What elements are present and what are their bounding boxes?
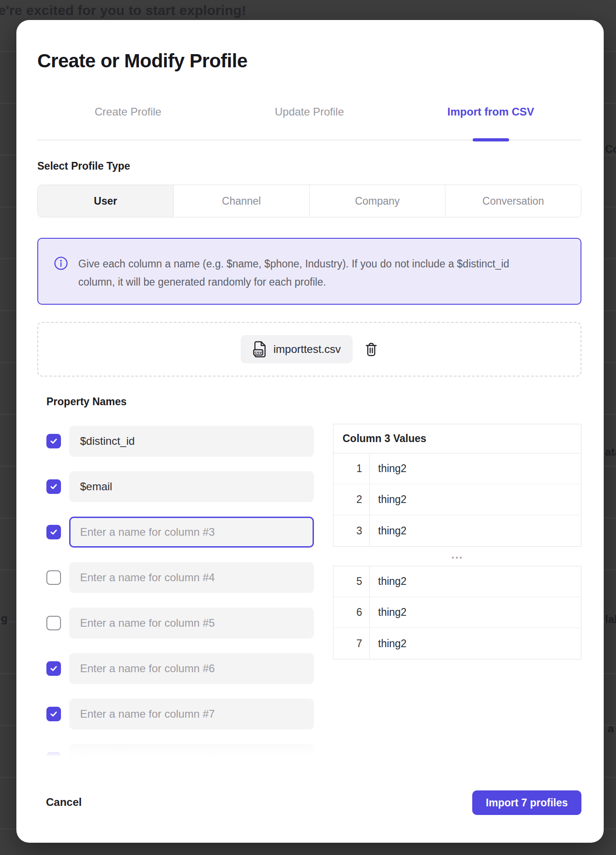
row-number: 3 — [333, 515, 370, 546]
profile-type-user[interactable]: User — [38, 185, 173, 217]
tab-import-from-csv[interactable]: Import from CSV — [400, 104, 581, 120]
row-number: 7 — [333, 628, 370, 659]
column-4-checkbox[interactable] — [46, 570, 61, 585]
column-5-checkbox[interactable] — [46, 616, 61, 630]
background-fragment: Col — [605, 143, 616, 156]
cancel-button[interactable]: Cancel — [46, 796, 82, 809]
column-6-name-input[interactable] — [69, 653, 314, 684]
column-8-checkbox[interactable] — [46, 752, 61, 761]
background-fragment: ata — [605, 446, 616, 458]
row-number: 2 — [333, 484, 370, 515]
column-1-name-input[interactable] — [69, 426, 314, 457]
row-number: 5 — [333, 566, 370, 597]
row-value: thing2 — [370, 628, 581, 659]
background-fragment: a — [608, 722, 614, 735]
remove-file-button[interactable] — [364, 342, 378, 357]
property-row — [46, 608, 314, 639]
csv-file-icon: csv — [252, 341, 267, 357]
property-row — [46, 517, 314, 548]
row-number: 6 — [333, 597, 370, 628]
column-3-name-input[interactable] — [69, 517, 314, 548]
property-row — [46, 426, 314, 457]
table-row: 3 thing2 — [333, 515, 581, 546]
table-row: 2 thing2 — [333, 484, 581, 515]
row-value: thing2 — [370, 597, 581, 628]
row-number: 1 — [333, 453, 370, 484]
background-fragment: lab — [605, 613, 616, 626]
table-row: 5 thing2 — [333, 566, 581, 597]
values-table-bottom: 5 thing2 6 thing2 7 thing2 — [333, 566, 581, 659]
table-row: 6 thing2 — [333, 597, 581, 628]
background-page-left-strip — [0, 0, 18, 855]
import-profiles-button[interactable]: Import 7 profiles — [472, 790, 581, 815]
background-fragment: g — [1, 612, 8, 625]
uploaded-file-chip: csv importtest.csv — [241, 335, 353, 363]
profile-type-segmented-control: User Channel Company Conversation — [37, 185, 581, 217]
profile-type-channel[interactable]: Channel — [173, 185, 309, 217]
svg-text:csv: csv — [255, 350, 263, 355]
rows-ellipsis: ... — [333, 550, 581, 563]
column-8-name-input[interactable] — [69, 744, 314, 761]
property-row — [46, 699, 314, 729]
info-banner: Give each column a name (e.g. $name, $ph… — [37, 238, 581, 305]
column-2-name-input[interactable] — [69, 471, 314, 502]
profile-type-conversation[interactable]: Conversation — [445, 185, 581, 217]
row-value: thing2 — [370, 484, 581, 515]
property-row — [46, 471, 314, 502]
property-names-label: Property Names — [46, 396, 126, 408]
profile-type-company[interactable]: Company — [309, 185, 445, 217]
dialog-title: Create or Modify Profile — [37, 50, 247, 72]
tab-update-profile[interactable]: Update Profile — [219, 104, 400, 120]
uploaded-file-name: importtest.csv — [273, 343, 341, 356]
dialog-tabs: Create Profile Update Profile Import fro… — [37, 104, 581, 120]
column-6-checkbox[interactable] — [46, 661, 61, 676]
values-table-top: Column 3 Values 1 thing2 2 thing2 3 thin… — [333, 424, 581, 547]
row-value: thing2 — [370, 515, 581, 546]
property-row — [46, 562, 314, 593]
column-7-name-input[interactable] — [69, 699, 314, 729]
column-3-checkbox[interactable] — [46, 525, 61, 539]
screen: e're excited for you to start exploring!… — [0, 0, 616, 855]
mapping-region: Property Names — [37, 392, 581, 761]
table-row: 1 thing2 — [333, 453, 581, 484]
background-banner-text: e're excited for you to start exploring! — [0, 3, 246, 18]
column-7-checkbox[interactable] — [46, 707, 61, 721]
tab-create-profile[interactable]: Create Profile — [37, 104, 219, 120]
active-tab-indicator — [473, 138, 509, 141]
row-value: thing2 — [370, 566, 581, 597]
column-2-checkbox[interactable] — [46, 479, 61, 494]
info-icon — [54, 256, 68, 271]
column-5-name-input[interactable] — [69, 608, 314, 639]
profile-type-label: Select Profile Type — [37, 160, 130, 172]
csv-dropzone[interactable]: csv importtest.csv — [37, 322, 581, 377]
property-row — [46, 653, 314, 684]
info-banner-text: Give each column a name (e.g. $name, $ph… — [78, 255, 538, 291]
column-values-preview: Column 3 Values 1 thing2 2 thing2 3 thin… — [333, 424, 581, 659]
values-table-header: Column 3 Values — [333, 424, 581, 453]
create-or-modify-profile-dialog: Create or Modify Profile Create Profile … — [16, 20, 604, 843]
column-1-checkbox[interactable] — [46, 434, 61, 448]
property-row — [46, 744, 314, 761]
property-names-list — [46, 426, 314, 761]
column-4-name-input[interactable] — [69, 562, 314, 593]
table-row: 7 thing2 — [333, 628, 581, 659]
row-value: thing2 — [370, 453, 581, 484]
